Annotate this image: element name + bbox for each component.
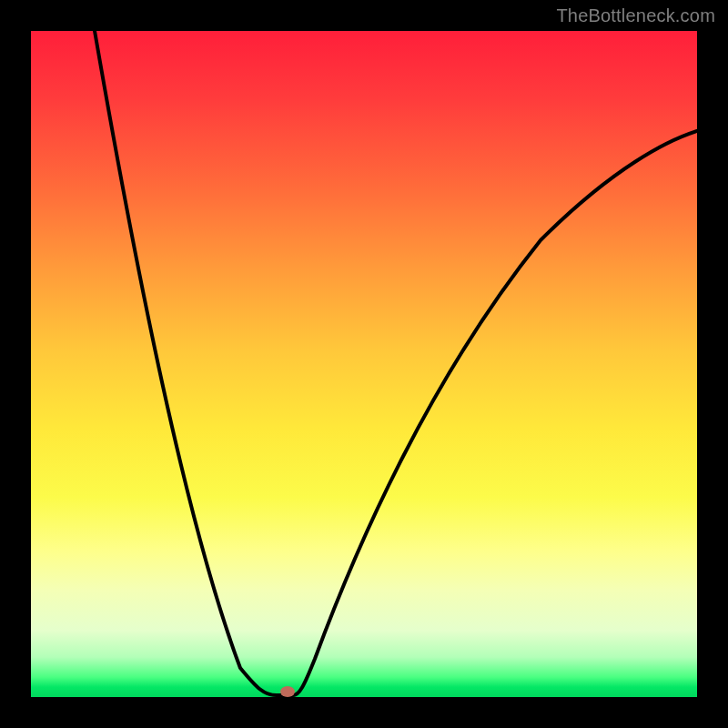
curve-svg <box>31 31 697 697</box>
chart-frame: TheBottleneck.com <box>0 0 728 728</box>
bottleneck-curve <box>95 31 697 695</box>
optimal-point-marker <box>280 686 295 697</box>
plot-area <box>31 31 697 697</box>
watermark-text: TheBottleneck.com <box>556 5 715 26</box>
